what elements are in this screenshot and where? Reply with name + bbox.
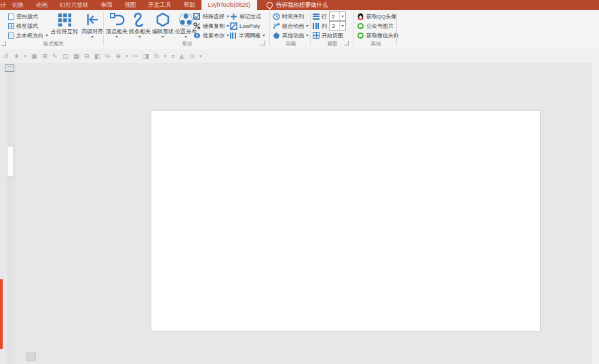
group-separator <box>353 12 354 46</box>
line-squiggle-icon <box>132 11 148 28</box>
qat-icon[interactable]: ✎ <box>52 53 58 60</box>
group-layout: 空白版式 移至版式 文本框方向 <box>4 10 103 48</box>
left-edge-red-strip <box>0 279 3 349</box>
other-animation-label: 其他动画 <box>282 32 304 39</box>
batch-boolean-button[interactable]: 批量布尔 <box>193 31 229 39</box>
edit-shape-label: 编辑形状 <box>152 28 174 35</box>
slide-panel-scrollbar[interactable] <box>7 73 14 364</box>
placeholder-convert-button[interactable]: 占位符互转 <box>49 11 80 35</box>
tab-help[interactable]: 帮助 <box>178 0 201 10</box>
tab-transitions[interactable]: 切换 <box>6 0 30 10</box>
chevron-down-icon <box>263 35 265 37</box>
mark-intersection-button[interactable]: 标记交点 <box>230 12 265 20</box>
slide-thumbnail-icon[interactable] <box>5 64 14 72</box>
qat-icon[interactable]: ◫ <box>62 53 69 60</box>
qat-icon[interactable]: ✂ <box>133 53 138 60</box>
mark-intersection-icon <box>230 13 237 20</box>
qat-icon[interactable]: ▾ <box>24 54 27 58</box>
start-slice-button[interactable]: 开始切图 <box>313 31 346 39</box>
special-select-label: 特殊选择 <box>203 13 225 20</box>
rows-stepper[interactable]: 2 <box>329 12 346 21</box>
textbox-direction-button[interactable]: 文本框方向 <box>8 31 48 39</box>
powerpoint-window: 设计 切换 动画 幻灯片放映 审阅 视图 开发工具 帮助 LvyhTools(0… <box>0 0 599 364</box>
columns-stepper[interactable]: 3 <box>329 21 346 31</box>
tab-slideshow[interactable]: 幻灯片放映 <box>54 0 95 10</box>
qat-icon[interactable]: ◨ <box>143 53 149 60</box>
slice-grid-icon <box>313 32 320 39</box>
qat-icon[interactable]: ⊙ <box>189 53 195 60</box>
tab-view[interactable]: 视图 <box>119 0 142 10</box>
blank-layout-label: 空白版式 <box>16 13 38 20</box>
chevron-down-icon <box>227 16 229 18</box>
tab-animations[interactable]: 动画 <box>30 0 54 10</box>
lowpoly-button[interactable]: LowPoly <box>230 22 265 30</box>
slice-cols-row: 列 3 <box>313 22 346 30</box>
move-to-layout-label: 移至版式 <box>16 22 38 30</box>
qat-icon[interactable]: ◧ <box>94 53 100 60</box>
get-wechat-avatar-button[interactable]: 获取微信头像 <box>357 31 399 39</box>
advanced-align-button[interactable]: 高级对齐 <box>80 11 104 38</box>
qat-icon[interactable]: ⊞ <box>42 53 47 60</box>
official-account-image-button[interactable]: 公众号图片 <box>357 22 399 30</box>
group-misc: 获取QQ头像 公众号图片 <box>355 10 396 48</box>
qat-icon[interactable]: % <box>105 53 111 60</box>
editing-workspace <box>0 63 599 364</box>
qat-icon[interactable]: ★ <box>14 53 20 60</box>
lowpoly-icon <box>230 22 237 30</box>
blank-layout-icon <box>8 14 14 20</box>
group-animation-button[interactable]: 组合动画 <box>273 22 309 30</box>
time-sequence-label: 时间序列 <box>282 13 304 20</box>
line-tools-button[interactable]: 线条相关 <box>128 11 151 38</box>
halftone-grid-button[interactable]: 半调网格 <box>230 31 265 39</box>
qq-icon <box>357 13 364 20</box>
hexagon-icon <box>155 11 171 28</box>
dialog-launcher-shapes[interactable] <box>260 41 265 45</box>
dialog-launcher-slicing[interactable] <box>344 41 349 45</box>
rows-label: 行 <box>322 13 327 20</box>
tab-lvyhtools-active[interactable]: LvyhTools(0826) <box>201 0 257 10</box>
columns-icon <box>313 23 320 29</box>
quick-access-toolbar: ↺ ★ ▾ ▣ ⊞ ✎ ◫ ▦ ⊟ ◧ % ⊕ ▾ ✂ ◨ ↻ ▾ ≡ ◭ ⊙ … <box>0 49 599 63</box>
qat-icon[interactable]: ↺ <box>3 53 9 60</box>
qat-icon[interactable]: ▣ <box>31 53 37 60</box>
group-slicing: 行 2 列 3 开始切图 <box>311 10 353 48</box>
vertex-tools-button[interactable]: 顶点相关 <box>105 11 128 38</box>
special-select-button[interactable]: 特殊选择 <box>193 12 229 20</box>
qat-icon[interactable]: ◭ <box>180 53 185 60</box>
move-to-layout-button[interactable]: 移至版式 <box>8 22 48 30</box>
other-animation-button[interactable]: 其他动画 <box>273 31 309 39</box>
ribbon-tab-bar: 设计 切换 动画 幻灯片放映 审阅 视图 开发工具 帮助 LvyhTools(0… <box>0 0 599 10</box>
qat-icon[interactable]: ▾ <box>164 54 167 58</box>
qat-icon[interactable]: ⊟ <box>84 53 90 60</box>
tell-me-box[interactable]: 告诉我你想要做什么 <box>267 0 328 10</box>
tell-me-icon <box>265 1 274 9</box>
line-tools-label: 线条相关 <box>129 28 151 35</box>
edit-shape-button[interactable]: 编辑形状 <box>151 11 174 38</box>
tab-developer[interactable]: 开发工具 <box>142 0 178 10</box>
columns-stepper-arrow[interactable] <box>339 22 345 30</box>
qat-icon[interactable]: ↻ <box>154 53 159 60</box>
blank-layout-button[interactable]: 空白版式 <box>8 12 48 20</box>
vertex-icon <box>109 11 125 28</box>
chevron-down-icon <box>306 35 309 37</box>
time-sequence-button[interactable]: 时间序列 : <box>273 12 309 20</box>
tab-review[interactable]: 审阅 <box>95 0 119 10</box>
slide-panel-scrollbar-thumb[interactable] <box>7 146 14 177</box>
tab-design-partial[interactable]: 设计 <box>0 0 6 10</box>
qat-icon[interactable]: ▾ <box>125 54 128 58</box>
rows-stepper-arrow[interactable] <box>339 12 345 20</box>
qat-icon[interactable]: ≡ <box>171 53 175 60</box>
qat-icon[interactable]: ▦ <box>73 53 79 60</box>
chevron-down-icon <box>115 36 118 38</box>
slice-rows-row: 行 2 <box>313 12 346 20</box>
textbox-direction-icon <box>8 33 14 39</box>
qat-icon[interactable]: ▾ <box>199 54 202 58</box>
slide-canvas[interactable] <box>151 110 541 331</box>
group-animation-icon <box>273 22 280 30</box>
advanced-align-label: 高级对齐 <box>81 28 103 35</box>
mirror-copy-button[interactable]: 镜像复制 <box>193 22 229 30</box>
vertical-scrollbar[interactable] <box>591 63 599 364</box>
get-qq-avatar-button[interactable]: 获取QQ头像 <box>357 12 399 20</box>
chevron-down-icon <box>45 35 48 37</box>
qat-icon[interactable]: ⊕ <box>115 53 121 60</box>
